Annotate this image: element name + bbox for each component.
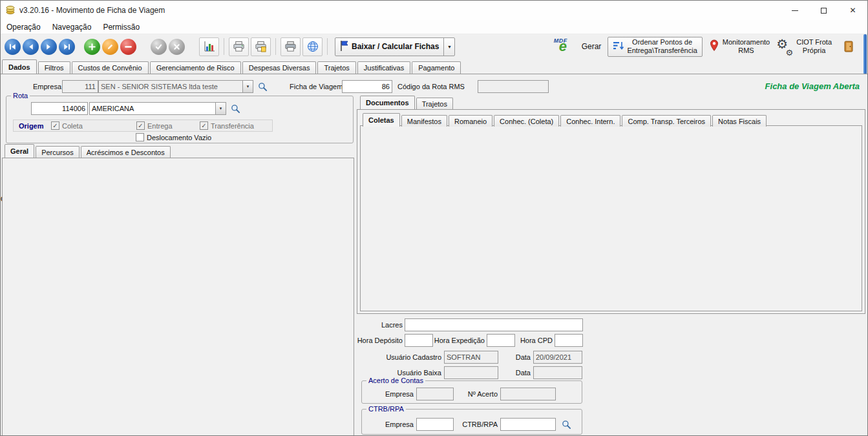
chevron-down-icon[interactable]: ▼ [242,81,253,92]
entrega-checkbox[interactable]: ✓ Entrega [136,121,173,130]
empresa-name-combo[interactable]: SEN - SENIOR SISTEMAS ltda teste ▼ [98,80,253,93]
empresa-code-field[interactable] [62,80,98,93]
ctrb-rpa-field[interactable] [500,418,556,431]
menu-permissao[interactable]: Permissão [97,20,145,34]
chevron-down-icon[interactable]: ▼ [443,38,454,56]
close-button[interactable]: ✕ [838,1,867,20]
usuario-cadastro-label: Usuário Cadastro [377,353,441,361]
coletas-page [360,125,862,311]
acerto-contas-group: Acerto de Contas Empresa Nº Acerto [361,380,582,404]
rota-group: Rota AMERICANA ▼ Origem ✓ Coleta ✓ Entre… [6,96,354,143]
dock-handle[interactable] [863,34,867,74]
subtab-conhec-coleta[interactable]: Conhec. (Coleta) [494,115,559,127]
cancel-button[interactable] [169,39,185,55]
tab-documentos[interactable]: Documentos [360,96,415,109]
rota-search-icon[interactable] [229,102,242,115]
status-badge: Ficha de Viagem Aberta [765,81,860,91]
subtab-conhec-intern[interactable]: Conhec. Intern. [560,115,620,127]
ficha-viagem-field[interactable] [342,80,392,93]
hora-cpd-field[interactable] [555,334,583,347]
ctrb-search-icon[interactable] [560,418,573,431]
tab-filtros[interactable]: Filtros [38,61,70,74]
lacres-field[interactable] [405,318,583,331]
map-pin-icon [709,39,719,54]
codigo-rota-rms-field[interactable] [478,80,549,93]
nav-prev-button[interactable] [23,39,39,55]
nav-first-button[interactable] [5,39,21,55]
subtab-romaneio[interactable]: Romaneio [449,115,492,127]
chart-button[interactable] [199,37,219,56]
nav-last-button[interactable] [59,39,75,55]
tab-trajetos[interactable]: Trajetos [317,61,355,74]
tab-custos-convenio[interactable]: Custos de Convênio [72,61,149,74]
print-button[interactable] [229,37,249,56]
minimize-button[interactable] [780,1,809,20]
subtab-manifestos[interactable]: Manifestos [401,115,447,127]
maximize-button[interactable] [809,1,838,20]
coleta-checkbox[interactable]: ✓ Coleta [51,121,83,130]
maximize-icon [821,8,827,14]
tab-justificativas[interactable]: Justificativas [357,61,410,74]
origem-panel: Origem ✓ Coleta ✓ Entrega ✓ Transferênci… [13,119,273,132]
ordenar-pontos-button[interactable]: Ordenar Pontos de Entrega\Transferência [608,37,702,57]
geral-page [2,158,354,436]
baixar-flag-icon [339,40,349,53]
tab-geral[interactable]: Geral [5,144,34,158]
gears-icon: ⚙ ⚙ [776,38,793,55]
ordenar-label-line2: Entrega\Transferência [627,47,697,55]
acerto-empresa-label: Empresa [368,390,414,398]
tab-pagamento[interactable]: Pagamento [412,61,461,74]
menu-navegacao[interactable]: Navegação [47,20,98,34]
data-cadastro-label: Data [502,353,531,361]
rota-name-combo[interactable]: AMERICANA ▼ [89,102,226,115]
subtab-notas-fiscais[interactable]: Notas Fiscais [712,115,767,127]
n-acerto-field [500,388,556,400]
ciot-frota-button[interactable]: ⚙ ⚙ CIOT Frota Própria [776,38,832,55]
origem-label: Origem [19,122,44,130]
rota-code-field[interactable] [31,102,88,115]
app-icon [5,5,16,16]
hora-deposito-field[interactable] [405,334,433,347]
usuario-baixa-label: Usuário Baixa [377,369,441,377]
ficha-viagem-label: Ficha de Viagem [290,83,343,90]
tab-despesas-diversas[interactable]: Despesas Diversas [242,61,317,74]
subtab-coletas[interactable]: Coletas [363,113,400,127]
empresa-search-icon[interactable] [256,80,269,93]
matrix-print-button[interactable] [281,37,301,56]
tab-dados[interactable]: Dados [2,59,37,74]
ctrb-rpa-legend: CTRB/RPA [366,405,406,413]
menu-operacao[interactable]: Operação [1,20,47,34]
tab-percursos[interactable]: Percursos [36,146,79,158]
confirm-button[interactable] [151,39,167,55]
hora-expedicao-field[interactable] [487,334,515,347]
ctrb-empresa-field[interactable] [416,418,454,431]
dados-page: Empresa SEN - SENIOR SISTEMAS ltda teste… [1,74,867,435]
subtab-comp-transp-terceiros[interactable]: Comp. Transp. Terceiros [622,115,711,127]
hora-cpd-label: Hora CPD [515,337,553,344]
acerto-contas-legend: Acerto de Contas [366,377,425,384]
ciot-label-line2: Própria [803,47,825,55]
empresa-label: Empresa [33,83,60,90]
baixar-calcular-button[interactable]: Baixar / Calcular Fichas ▼ [335,37,455,56]
gerar-mdfe-button[interactable]: MDF e Gerar [553,37,602,56]
delete-button[interactable] [120,39,136,55]
main-toolbar: Baixar / Calcular Fichas ▼ MDF e Gerar O… [1,34,867,59]
print-preview-button[interactable] [251,37,271,56]
usuario-cadastro-field [444,351,498,364]
web-print-button[interactable] [302,37,323,56]
usuario-baixa-field [444,366,498,379]
title-bar: v3.20.16 - Movimento de Ficha de Viagem … [1,1,867,20]
tab-trajetos-right[interactable]: Trajetos [416,98,453,109]
ordenar-label-line1: Ordenar Pontos de [632,38,692,47]
checkbox-check-icon: ✓ [136,121,145,130]
deslocamento-vazio-checkbox[interactable]: Deslocamento Vazio [136,133,211,141]
nav-next-button[interactable] [41,39,57,55]
add-button[interactable] [84,39,100,55]
monitoramento-rms-button[interactable]: Monitoramento RMS [709,38,770,55]
door-button[interactable] [838,37,858,56]
tab-acrescimos-descontos[interactable]: Acréscimos e Descontos [81,146,171,158]
tab-gerenciamento-risco[interactable]: Gerenciamento de Risco [150,61,241,74]
transferencia-checkbox[interactable]: ✓ Transferência [200,121,254,130]
edit-button[interactable] [102,39,118,55]
chevron-down-icon[interactable]: ▼ [215,103,226,114]
